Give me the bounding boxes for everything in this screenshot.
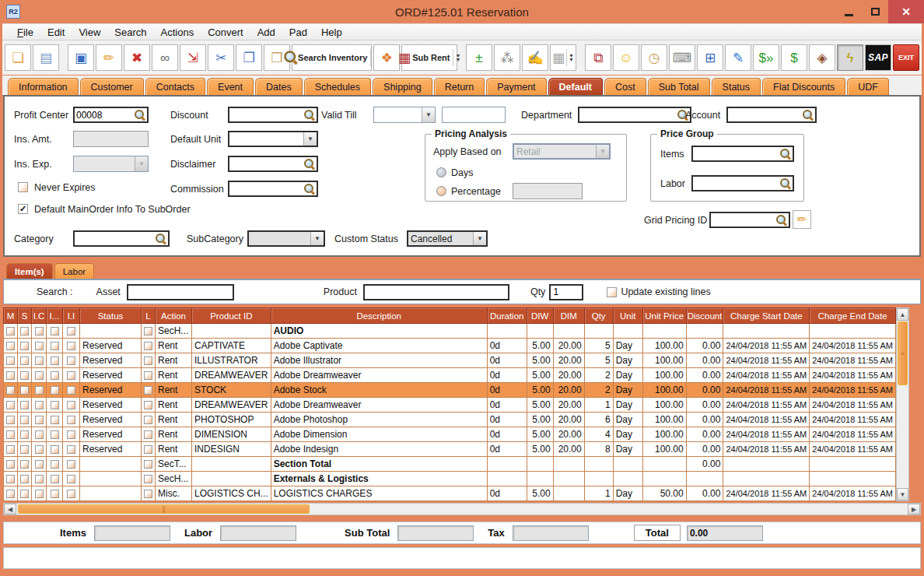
grid-cell-ii[interactable] [63,486,80,501]
grid-cell-unit_price[interactable]: 100.00 [642,427,686,442]
checkbox-icon[interactable] [144,386,152,395]
grid-cell-m[interactable] [4,368,18,383]
checkbox-icon[interactable] [51,416,59,424]
col-header-charge_start[interactable]: Charge Start Date [723,308,810,324]
grid-cell-ii[interactable] [63,368,80,383]
item-tab-items[interactable]: Item(s) [6,263,53,279]
grid-cell-ii[interactable] [63,324,80,339]
checkbox-icon[interactable] [6,371,15,380]
grid-cell-s[interactable] [18,413,32,427]
grid-cell-charge_end[interactable]: 24/04/2018 11:55 AM [810,339,896,353]
grid-cell-discount[interactable]: 0.00 [686,368,723,383]
grid-cell-description[interactable]: LOGISTICS CHARGES [271,486,487,501]
update-existing-checkbox[interactable] [607,287,617,297]
grid-cell-status[interactable]: Reserved [80,353,142,368]
notes-edit-button[interactable]: ✎ [725,44,751,71]
checkbox-icon[interactable] [67,475,75,483]
grid-cell-unit[interactable]: Day [613,383,642,398]
grid-cell-dim[interactable]: 20.00 [553,368,584,383]
grid-cell-charge_start[interactable]: 24/04/2018 11:55 AM [723,368,810,383]
col-header-status[interactable]: Status [80,308,142,324]
grid-cell-m[interactable] [4,442,18,457]
grid-cell-unit[interactable]: Day [613,353,642,368]
grid-cell-action[interactable]: Rent [156,398,192,413]
col-header-idot[interactable]: I... [47,308,63,324]
col-header-discount[interactable]: Discount [686,308,723,324]
grid-cell-qty[interactable]: 8 [584,442,613,457]
grid-cell-l[interactable] [142,368,156,383]
grid-pricing-edit-button[interactable]: ✏ [793,210,811,229]
grid-cell-discount[interactable]: 0.00 [686,457,723,472]
grid-cell-l[interactable] [142,472,156,486]
grid-cell-product_id[interactable]: DREAMWEAVER [192,398,271,413]
checkbox-icon[interactable] [35,386,44,395]
table-row[interactable]: ReservedRentDIMENSIONAdobe Dimension0d5.… [4,427,896,442]
profit-center-input[interactable] [75,110,135,121]
checkbox-icon[interactable] [67,371,75,380]
grid-cell-charge_end[interactable] [810,324,896,339]
grid-cell-qty[interactable] [584,457,613,472]
account-input[interactable] [728,110,803,121]
grid-cell-unit[interactable] [613,457,642,472]
grid-cell-s[interactable] [18,427,32,442]
grid-cell-product_id[interactable] [192,472,271,486]
grid-cell-s[interactable] [18,353,32,368]
minimize-button[interactable] [835,0,862,23]
grid-cell-status[interactable]: Reserved [80,442,142,457]
grid-cell-product_id[interactable]: DIMENSION [192,427,271,442]
table-row[interactable]: SecT...Section Total0.00 [4,457,896,472]
grid-cell-product_id[interactable] [192,457,271,472]
grid-cell-discount[interactable]: 0.00 [686,353,723,368]
table-row[interactable]: ReservedRentPHOTOSHOPAdobe Photoshop0d5.… [4,413,896,427]
disclaimer-field[interactable] [228,156,318,172]
col-header-unit[interactable]: Unit [613,308,642,324]
grid-cell-unit_price[interactable]: 100.00 [642,368,686,383]
checkbox-icon[interactable] [35,430,44,439]
checkbox-icon[interactable] [51,401,59,409]
checkbox-icon[interactable] [51,445,59,454]
grid-cell-ii[interactable] [63,383,80,398]
grid-cell-charge_start[interactable]: 24/04/2018 11:55 AM [723,486,810,501]
grid-cell-unit_price[interactable]: 100.00 [642,353,686,368]
asset-search-field[interactable] [127,284,234,300]
checkbox-icon[interactable] [51,386,59,395]
grid-cell-action[interactable]: Rent [156,368,192,383]
grid-cell-status[interactable] [80,486,142,501]
price-group-labor-field[interactable] [691,175,794,191]
grid-cell-ic[interactable] [32,427,47,442]
grid-cell-diw[interactable] [527,457,553,472]
grid-cell-s[interactable] [18,383,32,398]
grid-cell-duration[interactable] [487,324,527,339]
custom-status-dropdown-icon[interactable]: ▼ [473,232,486,245]
grid-cell-ic[interactable] [32,324,47,339]
grid-cell-m[interactable] [4,457,18,472]
grid-cell-action[interactable]: Rent [156,353,192,368]
grid-cell-diw[interactable]: 5.00 [527,486,553,501]
checkbox-icon[interactable] [144,490,152,498]
grid-cell-dim[interactable] [553,486,584,501]
grid-cell-ii[interactable] [63,353,80,368]
grid-cell-diw[interactable]: 5.00 [527,442,553,457]
grid-cell-description[interactable]: AUDIO [271,324,487,339]
tab-shipping[interactable]: Shipping [373,78,432,95]
grid-cell-duration[interactable]: 0d [487,427,527,442]
grid-cell-diw[interactable]: 5.00 [527,353,553,368]
grid-cell-qty[interactable]: 2 [584,383,613,398]
grid-cell-product_id[interactable] [192,324,271,339]
customer-smiley-button[interactable]: ☺ [613,44,639,71]
grid-cell-s[interactable] [18,398,32,413]
discount-field[interactable] [228,107,318,123]
grid-cell-description[interactable]: Adobe Dimension [271,427,487,442]
valid-till-dropdown-icon[interactable]: ▼ [422,107,435,122]
grid-cell-charge_start[interactable]: 24/04/2018 11:55 AM [723,353,810,368]
grid-cell-ic[interactable] [32,353,47,368]
copy-button[interactable]: ❐ [236,44,262,71]
money-transfer-button[interactable]: $» [753,44,779,71]
checkbox-icon[interactable] [67,342,75,350]
checkbox-icon[interactable] [20,356,29,365]
grid-cell-status[interactable]: Reserved [80,413,142,427]
grid-cell-charge_end[interactable]: 24/04/2018 11:55 AM [810,368,896,383]
grid-cell-unit_price[interactable]: 100.00 [642,413,686,427]
org-chart-button[interactable]: ⧉ [585,44,611,71]
table-row[interactable]: ReservedRentCAPTIVATEAdobe Captivate0d5.… [4,339,896,353]
